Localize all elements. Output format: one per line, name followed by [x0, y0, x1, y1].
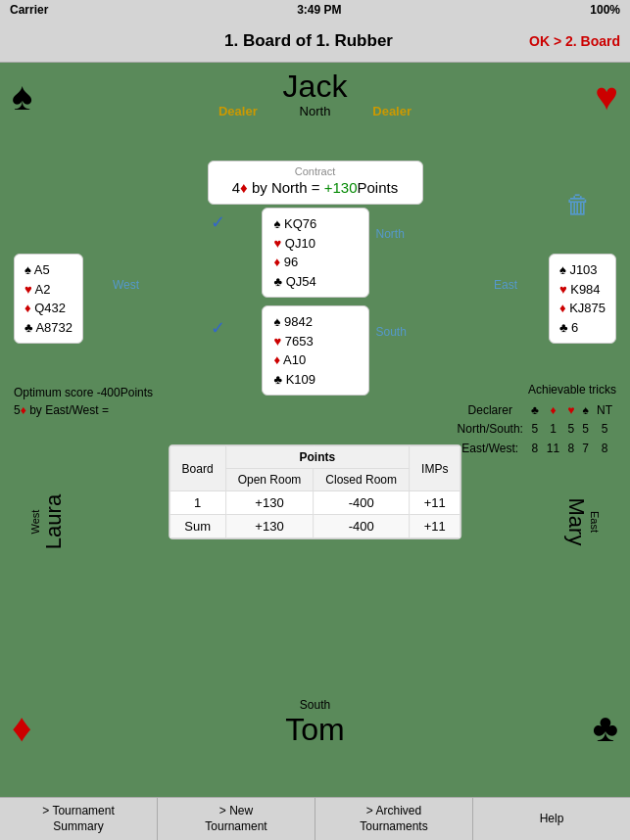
west-player-label: West Laura: [29, 478, 67, 566]
south-name: Tom: [285, 712, 344, 748]
east-card-spade: ♠ J103: [559, 260, 606, 280]
ns-nt: 5: [593, 420, 616, 439]
nt-header: NT: [593, 401, 616, 420]
club-icon: ♣: [593, 706, 618, 750]
score-table-container: Board Points IMPs Open Room Closed Room …: [169, 444, 462, 539]
east-side-label: East: [589, 478, 601, 566]
sum-closed: -400: [314, 515, 410, 538]
battery-label: 100%: [590, 3, 620, 17]
ew-diamond: 11: [543, 440, 563, 458]
west-card-diamond: ♦ Q432: [24, 299, 73, 318]
north-card-spade: ♠ KQ76: [274, 214, 357, 234]
nav-archived-tournaments-label: > ArchivedTournaments: [360, 804, 427, 834]
south-position-label: South: [285, 698, 344, 712]
sum-label: Sum: [170, 515, 225, 538]
north-dealer-left: Dealer: [218, 104, 258, 118]
east-card-diamond: ♦ KJ875: [559, 299, 606, 318]
open-room-header: Open Room: [225, 469, 314, 491]
spade-icon: ♠: [12, 74, 32, 118]
north-hand: ♠ KQ76 ♥ QJ10 ♦ 96 ♣ QJ54: [262, 208, 369, 298]
north-dealer-right: Dealer: [372, 104, 412, 118]
diamond-icon: ♦: [12, 706, 31, 750]
ew-nt: 8: [593, 440, 616, 458]
north-card-diamond: ♦ 96: [274, 253, 357, 272]
sum-open: +130: [225, 515, 314, 538]
south-checkmark: ✓: [211, 317, 225, 339]
nav-tournament-summary[interactable]: > TournamentSummary: [0, 798, 158, 840]
west-card-spade: ♠ A5: [24, 260, 73, 280]
nav-archived-tournaments[interactable]: > ArchivedTournaments: [315, 798, 473, 840]
north-card-heart: ♥ QJ10: [274, 234, 357, 254]
ew-heart: 8: [563, 440, 578, 458]
south-area: South Tom: [285, 698, 344, 748]
points-header: Points: [225, 446, 409, 469]
ew-label: East/West:: [454, 440, 527, 458]
closed-room-header: Closed Room: [314, 469, 410, 491]
club-header: ♣: [527, 401, 543, 420]
north-position: North: [300, 104, 331, 118]
row1-closed: -400: [314, 491, 410, 515]
ns-label: North/South:: [454, 420, 527, 439]
north-checkmark: ✓: [211, 211, 225, 233]
east-player-label: East Mary: [563, 478, 601, 566]
nav-help[interactable]: Help: [473, 798, 630, 840]
contract-box: Contract 4♦ by North = +130Points: [208, 161, 423, 205]
optimum-line1: Optimum score -400Points: [14, 384, 153, 401]
diamond-header: ♦: [543, 401, 563, 420]
optimum-area: Optimum score -400Points 5♦ by East/West…: [14, 384, 153, 419]
game-area: ♠ ♥ Jack Dealer North Dealer Contract 4♦…: [0, 63, 630, 797]
optimum-line2: 5♦ by East/West =: [14, 401, 153, 419]
contract-value: 4♦ by North = +130Points: [228, 179, 403, 196]
east-card-heart: ♥ K984: [559, 280, 606, 300]
carrier-label: Carrier: [10, 3, 48, 17]
east-label: East: [494, 278, 517, 292]
south-card-spade: ♠ 9842: [274, 312, 357, 332]
west-side-label: West: [29, 478, 41, 566]
ns-diamond: 1: [543, 420, 563, 439]
east-hand: ♠ J103 ♥ K984 ♦ KJ875 ♣ 6: [549, 254, 616, 344]
south-card-heart: ♥ 7653: [274, 332, 357, 351]
nav-tournament-summary-label: > TournamentSummary: [42, 804, 115, 834]
west-label: West: [113, 278, 139, 292]
north-area: Jack Dealer North Dealer: [198, 70, 433, 118]
west-card-heart: ♥ A2: [24, 280, 73, 300]
row1-open: +130: [225, 491, 314, 515]
north-labels: Dealer North Dealer: [198, 104, 433, 118]
declarer-header: Declarer: [454, 401, 527, 420]
spade-header: ♠: [578, 401, 593, 420]
row1-imps: +11: [410, 491, 460, 515]
achievable-title: Achievable tricks: [454, 381, 616, 399]
east-card-club: ♣ 6: [559, 318, 606, 338]
nav-new-tournament[interactable]: > NewTournament: [158, 798, 315, 840]
north-label: North: [376, 227, 405, 241]
south-card-club: ♣ K109: [274, 370, 357, 390]
ns-heart: 5: [563, 420, 578, 439]
trash-icon[interactable]: 🗑: [565, 190, 591, 220]
south-card-diamond: ♦ A10: [274, 350, 357, 370]
north-name: Jack: [198, 70, 433, 102]
west-hand: ♠ A5 ♥ A2 ♦ Q432 ♣ A8732: [14, 254, 83, 344]
heart-header: ♥: [563, 401, 578, 420]
north-card-club: ♣ QJ54: [274, 272, 357, 292]
page-title: 1. Board of 1. Rubber: [88, 31, 529, 51]
ns-spade: 5: [578, 420, 593, 439]
ns-club: 5: [527, 420, 543, 439]
nav-new-tournament-label: > NewTournament: [205, 804, 267, 834]
nav-right[interactable]: OK > 2. Board: [529, 33, 620, 49]
west-card-club: ♣ A8732: [24, 318, 73, 338]
heart-icon: ♥: [595, 74, 618, 118]
south-hand: ♠ 9842 ♥ 7653 ♦ A10 ♣ K109: [262, 305, 369, 396]
ew-club: 8: [527, 440, 543, 458]
row1-board: 1: [170, 491, 225, 515]
east-player-name: Mary: [563, 478, 589, 566]
status-bar: Carrier 3:49 PM 100%: [0, 0, 630, 20]
bottom-nav: > TournamentSummary > NewTournament > Ar…: [0, 797, 630, 840]
tricks-table: Declarer ♣ ♦ ♥ ♠ NT North/South: 5 1 5 5…: [454, 401, 616, 458]
south-label: South: [376, 325, 407, 339]
contract-label: Contract: [228, 165, 403, 177]
sum-imps: +11: [410, 515, 460, 538]
west-player-name: Laura: [41, 478, 67, 566]
nav-help-label: Help: [540, 812, 564, 827]
ew-spade: 7: [578, 440, 593, 458]
achievable-area: Achievable tricks Declarer ♣ ♦ ♥ ♠ NT No…: [454, 381, 616, 458]
